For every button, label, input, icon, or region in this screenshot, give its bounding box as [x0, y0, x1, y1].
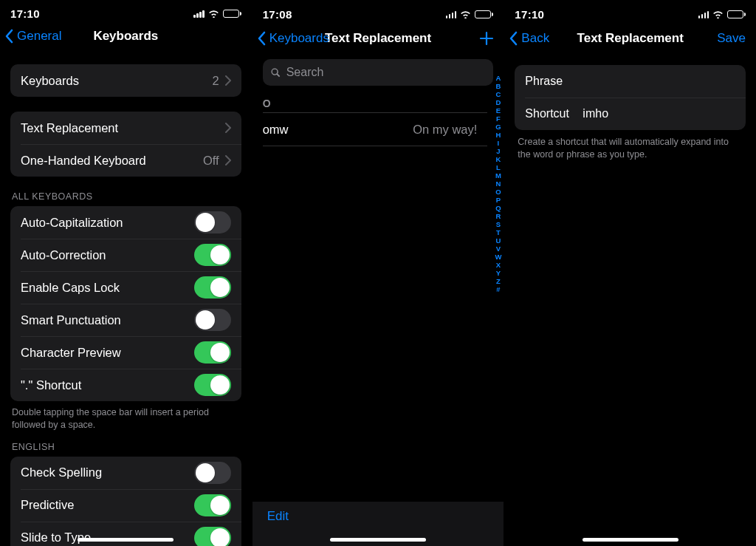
- index-letter[interactable]: #: [496, 285, 500, 293]
- wifi-icon: [208, 10, 219, 18]
- home-indicator[interactable]: [78, 538, 173, 542]
- row-all-5: "." Shortcut: [10, 369, 241, 401]
- screen-text-replacement-list: 17:08 Keyboards Text Replacement Search: [252, 0, 504, 546]
- section-header: O: [252, 96, 488, 112]
- index-letter[interactable]: J: [496, 147, 500, 155]
- wifi-icon: [460, 10, 471, 18]
- row-label: One-Handed Keyboard: [21, 154, 203, 168]
- index-letter[interactable]: R: [495, 212, 501, 220]
- row-value: Off: [203, 154, 219, 168]
- index-letter[interactable]: T: [496, 228, 501, 236]
- edit-button[interactable]: Edit: [267, 509, 289, 524]
- index-letter[interactable]: D: [495, 98, 501, 106]
- row-label: Check Spelling: [21, 465, 194, 480]
- search-field[interactable]: Search: [263, 59, 494, 86]
- row-phrase[interactable]: Phrase: [515, 65, 746, 98]
- index-letter[interactable]: H: [495, 131, 501, 139]
- index-letter[interactable]: V: [496, 245, 501, 253]
- nav-bar: Keyboards Text Replacement: [252, 22, 504, 55]
- toggle-switch[interactable]: [194, 309, 231, 331]
- index-letter[interactable]: L: [496, 163, 501, 171]
- toggle-switch[interactable]: [194, 276, 231, 298]
- index-letter[interactable]: A: [495, 74, 501, 82]
- row-label: Predictive: [21, 498, 194, 512]
- index-letter[interactable]: B: [495, 82, 501, 90]
- index-letter[interactable]: O: [495, 188, 501, 196]
- status-time: 17:08: [263, 8, 292, 21]
- save-button[interactable]: Save: [717, 31, 746, 46]
- index-letter[interactable]: Y: [496, 269, 501, 277]
- toggle-switch[interactable]: [194, 341, 231, 364]
- list-item[interactable]: omwOn my way!: [252, 113, 488, 146]
- toggle-switch[interactable]: [194, 494, 231, 516]
- home-indicator[interactable]: [583, 538, 678, 542]
- home-indicator[interactable]: [330, 538, 426, 542]
- group-footer-all-keyboards: Double tapping the space bar will insert…: [10, 401, 241, 431]
- row-english-0: Check Spelling: [10, 457, 241, 489]
- item-phrase: On my way!: [413, 123, 477, 137]
- item-shortcut: omw: [263, 123, 289, 137]
- row-label: Character Preview: [21, 346, 194, 360]
- index-letter[interactable]: C: [495, 90, 501, 98]
- index-letter[interactable]: P: [496, 196, 501, 204]
- field-label: Phrase: [525, 75, 583, 88]
- index-letter[interactable]: X: [496, 261, 501, 269]
- signal-icon: [698, 10, 709, 18]
- nav-bar: General Keyboards: [0, 21, 252, 51]
- status-bar: 17:10: [0, 6, 252, 21]
- back-button[interactable]: Back: [509, 31, 549, 46]
- section-index-bar[interactable]: ABCDEFGHIJKLMNOPQRSTUVWXYZ#: [495, 74, 501, 293]
- row-label: "." Shortcut: [21, 378, 194, 392]
- shortcut-field[interactable]: imho: [583, 107, 735, 120]
- row-label: Auto-Capitalization: [21, 216, 194, 230]
- screen-text-replacement-edit: 17:10 Back Text Replacement Save Phrase …: [504, 0, 756, 546]
- back-label: General: [17, 29, 61, 44]
- back-button[interactable]: Keyboards: [257, 31, 329, 46]
- nav-bar: Back Text Replacement Save: [504, 22, 756, 55]
- index-letter[interactable]: U: [495, 236, 501, 245]
- index-letter[interactable]: F: [496, 115, 501, 123]
- row-label: Auto-Correction: [21, 248, 194, 262]
- row-shortcut[interactable]: Shortcut imho: [515, 98, 746, 130]
- chevron-right-icon: [225, 75, 231, 86]
- toggle-switch[interactable]: [194, 527, 231, 546]
- battery-icon: [223, 10, 241, 18]
- field-label: Shortcut: [525, 107, 583, 120]
- index-letter[interactable]: K: [495, 155, 501, 163]
- status-bar: 17:08: [252, 6, 504, 22]
- row-label: Keyboards: [21, 74, 212, 88]
- status-time: 17:10: [515, 8, 544, 21]
- row-keyboards[interactable]: Keyboards 2: [10, 64, 241, 97]
- index-letter[interactable]: M: [495, 171, 501, 180]
- back-label: Back: [521, 31, 549, 46]
- index-letter[interactable]: E: [496, 106, 501, 115]
- toggle-switch[interactable]: [194, 211, 231, 233]
- group-header-english: English: [10, 442, 241, 457]
- row-value: 2: [212, 74, 219, 88]
- index-letter[interactable]: Q: [495, 204, 501, 212]
- index-letter[interactable]: I: [498, 139, 500, 147]
- signal-icon: [446, 10, 457, 18]
- battery-icon: [727, 10, 746, 18]
- row-label: Enable Caps Lock: [21, 281, 194, 295]
- row-text-replacement[interactable]: Text Replacement: [10, 112, 241, 144]
- nav-title: Text Replacement: [577, 31, 684, 46]
- wifi-icon: [712, 10, 724, 18]
- row-all-2: Enable Caps Lock: [10, 271, 241, 304]
- row-all-3: Smart Punctuation: [10, 304, 241, 336]
- toggle-switch[interactable]: [194, 374, 231, 396]
- index-letter[interactable]: Z: [496, 277, 501, 285]
- row-english-1: Predictive: [10, 489, 241, 522]
- index-letter[interactable]: G: [495, 123, 501, 131]
- group-header-all-keyboards: All Keyboards: [10, 191, 241, 206]
- index-letter[interactable]: S: [496, 220, 501, 228]
- index-letter[interactable]: W: [495, 253, 501, 261]
- back-label: Keyboards: [269, 31, 329, 46]
- toggle-switch[interactable]: [194, 462, 231, 484]
- toggle-switch[interactable]: [194, 244, 231, 266]
- back-button[interactable]: General: [4, 29, 61, 44]
- row-one-handed-keyboard[interactable]: One-Handed Keyboard Off: [10, 144, 241, 177]
- add-button[interactable]: [478, 30, 495, 47]
- form-hint: Create a shortcut that will automaticall…: [504, 130, 756, 161]
- index-letter[interactable]: N: [495, 180, 501, 188]
